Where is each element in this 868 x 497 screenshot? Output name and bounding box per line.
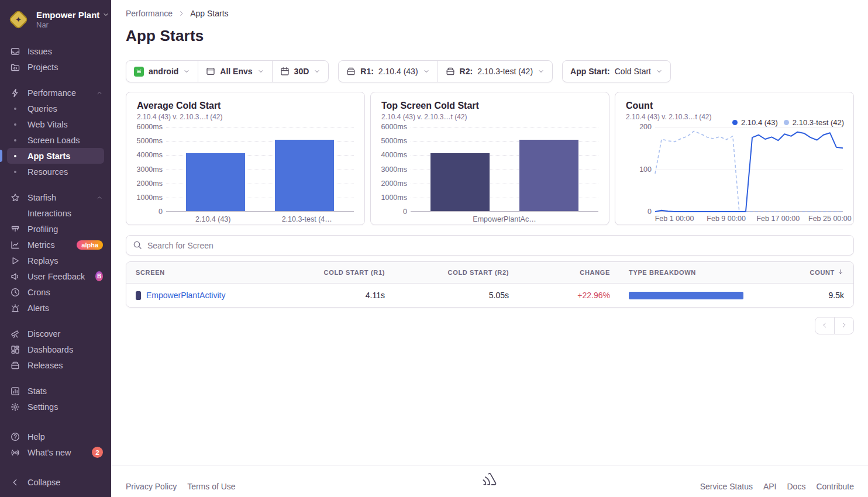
breadcrumb-performance[interactable]: Performance <box>126 9 173 18</box>
next-page-button[interactable] <box>834 317 854 334</box>
sidebar-item-starfish[interactable]: Starfish <box>0 189 111 205</box>
sidebar-item-interactions[interactable]: Interactions <box>0 205 111 221</box>
notification-count-badge: 2 <box>92 447 103 458</box>
y-axis-label: 3000ms <box>379 165 407 174</box>
column-header-cold-start-r1[interactable]: COLD START (R1) <box>302 262 394 283</box>
play-icon <box>10 256 20 265</box>
y-axis-label: 3000ms <box>135 165 163 174</box>
sidebar-footer: HelpWhat's new2Collapse <box>0 429 111 497</box>
sidebar-item-collapse[interactable]: Collapse <box>0 474 111 490</box>
sidebar-item-label: Metrics <box>27 240 55 250</box>
sidebar-item-discover[interactable]: Discover <box>0 326 111 341</box>
date-range-filter[interactable]: 30D <box>272 61 329 82</box>
sidebar-item-queries[interactable]: Queries <box>0 101 111 116</box>
change-cell: +22.96% <box>518 284 619 307</box>
sidebar-item-replays[interactable]: Replays <box>0 253 111 268</box>
sidebar-item-label: Projects <box>27 63 58 72</box>
x-axis-label: Feb 1 00:00 <box>655 215 694 223</box>
chart-subtitle: 2.10.4 (43) v. 2.10.3…t (42) <box>381 113 598 121</box>
y-axis-label: 5000ms <box>135 137 163 145</box>
x-axis-labels: 2.10.4 (43)2.10.3-test (4… <box>166 215 354 223</box>
column-header-change[interactable]: CHANGE <box>518 262 619 283</box>
sidebar-item-releases[interactable]: Releases <box>0 357 111 373</box>
project-filter[interactable]: android <box>126 61 198 82</box>
sidebar-item-alerts[interactable]: Alerts <box>0 300 111 316</box>
footer-link-terms-of-use[interactable]: Terms of Use <box>187 482 235 491</box>
org-switcher[interactable]: ✦ Empower Plant Nar <box>0 0 111 36</box>
releases-icon <box>10 361 20 370</box>
bar[interactable] <box>519 140 578 211</box>
footer-link-api[interactable]: API <box>763 482 777 491</box>
projects-icon <box>10 63 20 72</box>
breakdown-bar[interactable] <box>629 292 743 299</box>
previous-page-button[interactable] <box>815 317 835 334</box>
footer-link-contribute[interactable]: Contribute <box>816 482 854 491</box>
sidebar-item-issues[interactable]: Issues <box>0 43 111 59</box>
sidebar-item-label: Performance <box>27 88 76 98</box>
sidebar-item-label: Collapse <box>27 478 60 487</box>
chart-title: Average Cold Start <box>137 101 354 111</box>
stats-icon <box>10 386 20 396</box>
screen-link[interactable]: EmpowerPlantActivity <box>146 291 225 300</box>
sidebar-item-label: Replays <box>27 256 58 265</box>
legend-entry-2-10-3-test-42[interactable]: 2.10.3-test (42) <box>784 118 844 127</box>
sidebar-item-stats[interactable]: Stats <box>0 383 111 399</box>
sidebar-item-what-s-new[interactable]: What's new2 <box>0 444 111 460</box>
sidebar-group: IssuesProjects <box>0 43 111 75</box>
legend-entry-2-10-4-43[interactable]: 2.10.4 (43) <box>732 118 778 127</box>
sidebar-item-resources[interactable]: Resources <box>0 164 111 180</box>
sidebar-item-performance[interactable]: Performance <box>0 85 111 101</box>
bar[interactable] <box>186 153 245 211</box>
sidebar-item-label: Alerts <box>27 303 49 313</box>
column-header-type-breakdown[interactable]: TYPE BREAKDOWN <box>619 262 760 283</box>
environment-filter[interactable]: All Envs <box>198 61 271 82</box>
sidebar-item-crons[interactable]: Crons <box>0 284 111 300</box>
sidebar-item-app-starts[interactable]: App Starts <box>7 148 104 164</box>
y-axis-label: 1000ms <box>135 194 163 202</box>
y-axis-label: 2000ms <box>135 180 163 188</box>
app-start-type-filter[interactable]: App Start: Cold Start <box>563 61 670 82</box>
footer-link-docs[interactable]: Docs <box>787 482 806 491</box>
project-filter-label: android <box>149 67 178 76</box>
sidebar-item-label: Interactions <box>27 209 71 218</box>
table-body: EmpowerPlantActivity4.11s5.05s+22.96%9.5… <box>126 284 853 307</box>
sidebar-item-label: Crons <box>27 288 50 297</box>
sidebar-item-label: Screen Loads <box>27 136 80 145</box>
sidebar-item-help[interactable]: Help <box>0 429 111 444</box>
sidebar-item-dashboards[interactable]: Dashboards <box>0 341 111 357</box>
x-axis-label: 2.10.4 (43) <box>166 215 260 223</box>
sidebar-group: StatsSettings <box>0 383 111 415</box>
footer-link-privacy-policy[interactable]: Privacy Policy <box>126 482 177 491</box>
breadcrumb: Performance App Starts <box>126 9 854 18</box>
sidebar-item-web-vitals[interactable]: Web Vitals <box>0 116 111 132</box>
release-1-filter[interactable]: R1: 2.10.4 (43) <box>339 61 437 82</box>
charts-row: Average Cold Start 2.10.4 (43) v. 2.10.3… <box>126 92 854 225</box>
footer-link-service-status[interactable]: Service Status <box>700 482 753 491</box>
column-header-screen[interactable]: SCREEN <box>126 262 302 283</box>
x-axis-labels: EmpowerPlantAc… <box>411 215 598 223</box>
search-icon <box>133 240 142 252</box>
star-icon <box>10 193 20 202</box>
sidebar-item-metrics[interactable]: Metricsalpha <box>0 237 111 253</box>
profiling-icon <box>10 225 20 234</box>
active-indicator <box>0 150 2 162</box>
bullet-icon <box>10 108 20 110</box>
sidebar-item-settings[interactable]: Settings <box>0 399 111 415</box>
release-box-icon <box>346 67 356 76</box>
sidebar-item-profiling[interactable]: Profiling <box>0 221 111 237</box>
sidebar-item-user-feedback[interactable]: User FeedbackB <box>0 268 111 284</box>
top-screen-cold-start-chart: Top Screen Cold Start 2.10.4 (43) v. 2.1… <box>370 92 609 225</box>
x-axis-label: Feb 17 00:00 <box>756 215 800 223</box>
column-header-count[interactable]: COUNT <box>760 262 853 283</box>
chevron-down-icon <box>257 68 264 75</box>
sidebar-item-screen-loads[interactable]: Screen Loads <box>0 132 111 148</box>
y-axis-label: 0 <box>135 208 163 216</box>
chart-title: Count <box>626 101 843 111</box>
release-2-filter[interactable]: R2: 2.10.3-test (42) <box>438 61 553 82</box>
column-header-cold-start-r2[interactable]: COLD START (R2) <box>394 262 518 283</box>
legend-dot-icon <box>784 120 789 125</box>
sidebar-item-projects[interactable]: Projects <box>0 59 111 75</box>
bar[interactable] <box>430 153 490 211</box>
search-input[interactable] <box>126 235 854 256</box>
bar[interactable] <box>275 140 334 211</box>
